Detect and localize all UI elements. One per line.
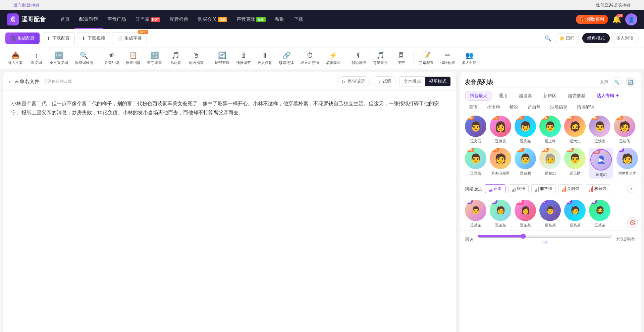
emotion-scream[interactable]: 尖叫强 [558, 184, 583, 193]
text-mode-button[interactable]: 文本模式 [399, 77, 425, 86]
sub-tab-dialect[interactable]: 小语种 [483, 103, 504, 112]
bg-music-tool[interactable]: 🎵 背景音乐 [370, 50, 390, 67]
nav-dingdangbox[interactable]: 叮当箱HOT [131, 10, 165, 29]
read-continue-tool[interactable]: 🔗 读音连续 [276, 50, 297, 67]
nav-buy-vip[interactable]: 购买会员优惠 [193, 10, 232, 29]
voice-card-6[interactable]: 🧑 svip 逗杨飞 [614, 116, 635, 144]
bottom-avatar-1: 🧑 vip [490, 200, 511, 221]
edit-config-tool[interactable]: ✏ 编辑配置 [438, 50, 458, 67]
nav-home[interactable]: 首页 [56, 10, 74, 29]
voice-avatar-4: 🧔 svip [564, 116, 586, 137]
play-overlay-12[interactable]: ▶ [591, 150, 611, 170]
editor-content[interactable]: 小林是个富二代，但一点不像个富二代的样子，别的富二代粉色西装豪车美女爸死了，像中… [3, 91, 456, 332]
cat-tab-general[interactable]: 通用 [494, 91, 513, 101]
generate-audio-button[interactable]: 🎧 生成配音 [5, 32, 40, 44]
multi-dialog-button[interactable]: 多人对话 [611, 33, 639, 43]
welfare-button[interactable]: 🎁 领取福利 [576, 15, 608, 24]
voice-search-button[interactable]: 🔍 [612, 77, 622, 87]
video-mode-button[interactable]: 视图模式 [425, 77, 450, 86]
voice-card-4[interactable]: 🧔 svip 逗大仁 [564, 116, 586, 144]
emotion-very-strong[interactable]: 非常强 [531, 184, 556, 193]
subtitle-config-tool[interactable]: 📝 字幕配置 [416, 50, 436, 67]
sub-tab-emotion-explain[interactable]: 情感解说 [573, 103, 598, 112]
nav-help[interactable]: 帮助 [270, 10, 289, 29]
classic-mode-button[interactable]: 经典模式 [582, 33, 610, 43]
voice-card-10[interactable]: 🧓 svip 逗超幻 [539, 148, 561, 179]
sensitive-tool[interactable]: 🔍 敏感词检测 [72, 50, 96, 67]
batch-fix-label: 批量纠读 [126, 60, 141, 65]
sub-tab-natural[interactable]: 超自然 [524, 103, 545, 112]
cat-tab-emotion[interactable]: 超强情感 [563, 91, 590, 101]
emotion-normal[interactable]: 正常 [485, 184, 505, 193]
voice-card-8[interactable]: 🧑 svip 紧凑-逗超腾 [490, 148, 511, 179]
voice-card-0[interactable]: 👨 svip 逗力石 [465, 116, 486, 144]
compact-mode-tool[interactable]: ⚡ 紧凑模式 [323, 50, 343, 67]
gender-filter[interactable]: 女声 [600, 79, 608, 85]
promo-right[interactable]: 逗哥立案提取神器 [596, 2, 631, 8]
nav-download[interactable]: 下载 [289, 10, 308, 29]
polyphone-tool[interactable]: 👁 多音纠读 [102, 50, 122, 67]
local-speed-tool[interactable]: 🔄 局部变速 [212, 50, 232, 67]
nav-voice-clone[interactable]: 声音克隆全新 [232, 10, 270, 29]
nav-samples[interactable]: 配音样例 [165, 10, 193, 29]
avatar[interactable]: 👤 [625, 13, 637, 25]
download-audio-button[interactable]: ⬇ 下载配音 [42, 32, 75, 44]
batch-fix-tool[interactable]: 📋 批量纠读 [123, 50, 143, 67]
sub-tab-explain[interactable]: 解说 [505, 103, 522, 112]
nav-voice-plaza[interactable]: 声音广场 [103, 10, 131, 29]
cat-tab-newzone[interactable]: 新声区 [538, 91, 561, 101]
emotion-extreme[interactable]: 极致强 [586, 184, 610, 193]
nav-dubbing[interactable]: 配音制作 [74, 10, 103, 29]
voice-card-12[interactable]: 👤 svip ⭐ ▶ 逗超幻 [589, 148, 613, 179]
end-pause-tool[interactable]: ⏱ 段末加停顿 [298, 50, 322, 67]
multi-dialog-tool[interactable]: 👥 多人对话 [459, 50, 479, 67]
pause-adjust-tool[interactable]: 🎚 顿挫调节 [233, 50, 254, 67]
play-button[interactable]: ▷ 试听 [373, 76, 396, 86]
voice-card-2[interactable]: 👦 svip 逗亮嘉 [515, 116, 536, 144]
voice-card-7[interactable]: 👨 svip 逗立给 [465, 148, 486, 179]
er-sound-tool[interactable]: 🎵 儿化音 [166, 50, 185, 67]
promo-left[interactable]: 逗哥配音神器 [13, 2, 40, 8]
bottom-voice-2[interactable]: 👩 情感 逗某某 [515, 200, 536, 228]
explain-enhance-tool[interactable]: 🎙 解说增强 [349, 50, 369, 67]
cat-tab-expert[interactable]: 达人专辑 ✦ [592, 91, 624, 101]
day-mode-button[interactable]: ☀️ 日间 [555, 33, 579, 43]
voice-card-9[interactable]: 👨 svip 逗超腾 [515, 148, 536, 179]
play-all-button[interactable]: ▷ 整句试听 [337, 76, 370, 86]
refresh-button[interactable]: 🔄 [625, 77, 635, 87]
voice-card-5[interactable]: 👨 svip 逗铁溜 [589, 116, 610, 144]
full-synonym-tool[interactable]: 🔤 全文近义词 [47, 50, 71, 67]
bottom-voice-3[interactable]: 👨 vip 逗某某 [539, 200, 561, 228]
voice-change-icon: 🎛 [398, 52, 405, 59]
music-icon: 🎵 [376, 51, 385, 59]
collapse-button[interactable]: ∧ [627, 185, 635, 193]
emotion-strong[interactable]: 很强 [508, 184, 529, 193]
voice-card-13[interactable]: 🧑 vip 摆摊君·佼才 [616, 148, 638, 179]
bottom-voice-1[interactable]: 🧑 vip 逗某某 [490, 200, 511, 228]
voice-card-1[interactable]: 👩 svip 逗微珑 [490, 116, 511, 144]
back-icon[interactable]: ‹ [9, 79, 10, 84]
bottom-voice-0[interactable]: 👨 vip 逗某某 [465, 200, 486, 228]
search-toolbar-icon[interactable]: 🔍 [545, 35, 551, 42]
bottom-voice-5[interactable]: 🧔 vip 逗某某 [589, 200, 610, 228]
voice-change-tool[interactable]: 🎛 变声 [392, 50, 411, 67]
sub-tab-comedy[interactable]: 沙雕搞笑 [546, 103, 572, 112]
word-guide-tool[interactable]: 🖱 词语指音 [186, 50, 206, 67]
speed-slider[interactable] [478, 234, 612, 239]
import-text-tool[interactable]: 📥 导入文案 [5, 50, 25, 67]
download-video-button[interactable]: ⬇ 下载视频 [77, 32, 110, 44]
synonym-tool[interactable]: ↕ 近义词 [27, 50, 46, 67]
voice-card-11[interactable]: 👨 svip 逗天麟 [564, 148, 586, 179]
eye-button[interactable]: 🚫 [627, 217, 638, 228]
insert-pause-tool[interactable]: ⏸ 插入停顿 [255, 50, 275, 67]
sub-tab-english[interactable]: 英语 [465, 103, 482, 112]
cat-tab-real[interactable]: 超逼真 [514, 91, 537, 101]
file-name[interactable]: 未命名文件 [14, 78, 40, 85]
bottom-voice-4[interactable]: 🧑 vip 逗某某 [564, 200, 586, 228]
notification-button[interactable]: 🔔 14 [612, 15, 621, 24]
voice-card-3[interactable]: 👨 svip 逗上峰 [539, 116, 561, 144]
explain-icon: 🎙 [356, 52, 362, 59]
cat-tab-hot[interactable]: 抖音最火 [465, 91, 492, 101]
generate-subtitle-button[interactable]: SVIP 📄 生成字幕 [112, 32, 147, 44]
number-read-tool[interactable]: 🔢 数字读音 [145, 50, 165, 67]
